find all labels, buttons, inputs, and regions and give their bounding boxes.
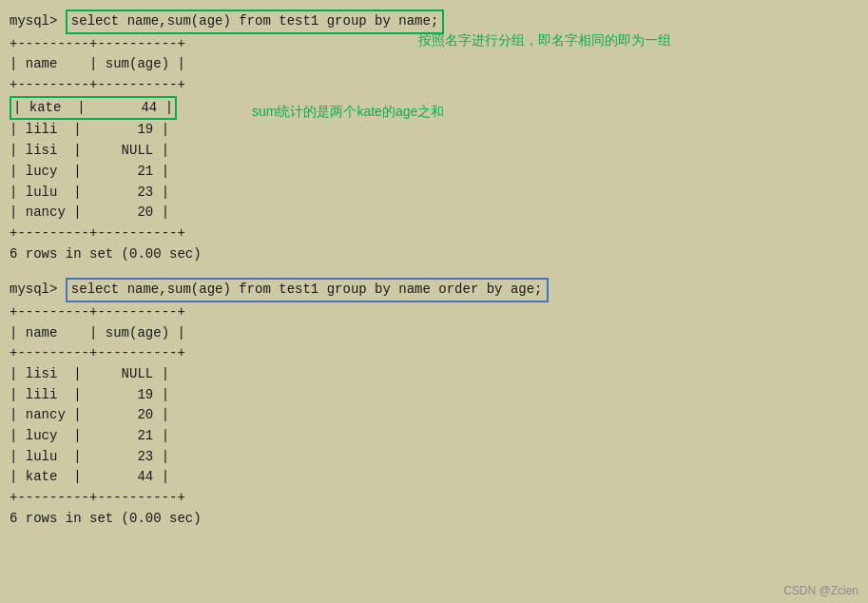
- row-count-2: 6 rows in set (0.00 sec): [10, 509, 858, 530]
- section-spacer: [10, 264, 858, 278]
- header-2: | name | sum(age) |: [10, 323, 858, 344]
- kate-row-content: | kate | 44 |: [10, 96, 177, 121]
- section1: mysql> select name,sum(age) from test1 g…: [10, 10, 858, 264]
- annotation-groupby: 按照名字进行分组，即名字相同的即为一组: [418, 30, 671, 51]
- row-count-1: 6 rows in set (0.00 sec): [10, 244, 858, 265]
- lucy-row-2: | lucy | 21 |: [10, 426, 858, 447]
- lili-row-1: | lili | 19 |: [10, 120, 858, 141]
- prompt2: mysql>: [10, 280, 57, 301]
- query-line-2: mysql> select name,sum(age) from test1 g…: [10, 278, 858, 302]
- sep-bottom-1: +---------+----------+: [10, 224, 858, 244]
- sep-head-2: +---------+----------+: [10, 343, 858, 364]
- sep-head-1: +---------+----------+: [10, 75, 858, 96]
- sep-bottom-2: +---------+----------+: [10, 488, 858, 509]
- header-1: | name | sum(age) |: [10, 54, 858, 75]
- nancy-row-1: | nancy | 20 |: [10, 203, 858, 224]
- lulu-row-1: | lulu | 23 |: [10, 183, 858, 204]
- lisi-row-2: | lisi | NULL |: [10, 364, 858, 385]
- lulu-row-2: | lulu | 23 |: [10, 447, 858, 468]
- watermark: CSDN @Zcien: [783, 584, 858, 597]
- kate-row-2: | kate | 44 |: [10, 467, 858, 488]
- nancy-row-2: | nancy | 20 |: [10, 405, 858, 426]
- section2: mysql> select name,sum(age) from test1 g…: [10, 278, 858, 529]
- sep-top-2: +---------+----------+: [10, 302, 858, 323]
- sql-query-2: select name,sum(age) from test1 group by…: [66, 278, 549, 302]
- sql-query-1: select name,sum(age) from test1 group by…: [66, 10, 444, 34]
- lili-row-2: | lili | 19 |: [10, 385, 858, 406]
- terminal: mysql> select name,sum(age) from test1 g…: [0, 0, 868, 539]
- prompt1: mysql>: [10, 11, 57, 32]
- lucy-row-1: | lucy | 21 |: [10, 162, 858, 183]
- lisi-row-1: | lisi | NULL |: [10, 141, 858, 162]
- annotation-sum: sum统计的是两个kate的age之和: [252, 102, 444, 123]
